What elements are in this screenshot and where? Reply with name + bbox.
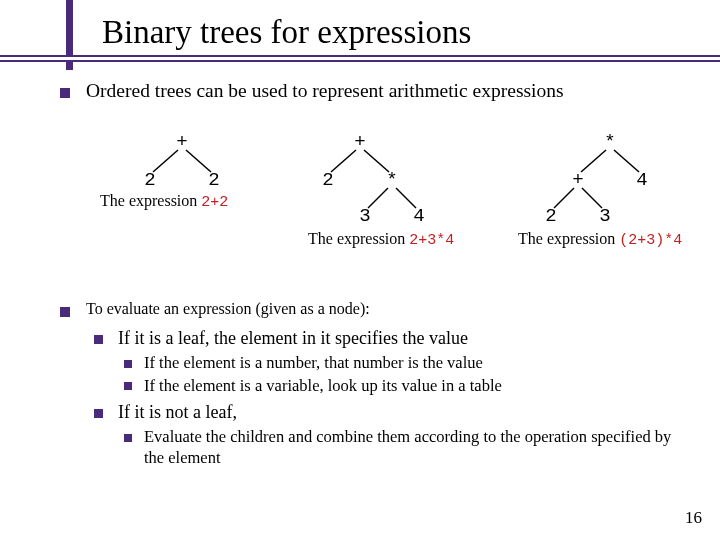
tree3-caption: The expression (2+3)*4 <box>518 230 682 249</box>
tree1-root: + <box>172 131 192 153</box>
header-tick-upper <box>66 0 73 55</box>
bullet-leaf-variable: If the element is a variable, look up it… <box>124 376 680 397</box>
page-number: 16 <box>685 508 702 528</box>
content-area: Ordered trees can be used to represent a… <box>60 80 690 112</box>
tree2-caption-expr: 2+3*4 <box>409 232 454 249</box>
header-rule-bottom <box>0 60 720 62</box>
header-tick-lower <box>66 60 73 70</box>
tree-diagrams: + 2 2 The expression 2+2 + 2 * 3 4 The e… <box>60 130 700 280</box>
tree3-left-left: 2 <box>541 205 561 227</box>
tree2-right-right: 4 <box>409 205 429 227</box>
tree1-left: 2 <box>140 169 160 191</box>
tree2-caption-pre: The expression <box>308 230 409 247</box>
bullet-leaf-number: If the element is a number, that number … <box>124 353 680 374</box>
bullet-combine: Evaluate the children and combine them a… <box>124 427 680 468</box>
eval-section: To evaluate an expression (given as a no… <box>60 300 680 471</box>
tree-2plus2: + 2 2 The expression 2+2 <box>120 130 240 240</box>
tree1-caption-expr: 2+2 <box>201 194 228 211</box>
bullet-not-leaf: If it is not a leaf, <box>94 402 680 423</box>
tree3-left: + <box>568 169 588 191</box>
tree3-right: 4 <box>632 169 652 191</box>
tree2-caption: The expression 2+3*4 <box>308 230 454 249</box>
tree2-root: + <box>350 131 370 153</box>
tree3-left-right: 3 <box>595 205 615 227</box>
tree1-right: 2 <box>204 169 224 191</box>
header-rule-top <box>0 55 720 57</box>
bullet-ordered-trees: Ordered trees can be used to represent a… <box>60 80 690 102</box>
slide-title: Binary trees for expressions <box>102 14 471 51</box>
tree2-left: 2 <box>318 169 338 191</box>
bullet-leaf: If it is a leaf, the element in it speci… <box>94 328 680 349</box>
tree3-caption-pre: The expression <box>518 230 619 247</box>
bullet-evaluate: To evaluate an expression (given as a no… <box>60 300 680 318</box>
tree1-caption: The expression 2+2 <box>100 192 228 211</box>
tree2-right: * <box>382 169 402 191</box>
tree-paren2plus3-times4: * + 4 2 3 The expression (2+3)*4 <box>520 130 680 260</box>
tree1-caption-pre: The expression <box>100 192 201 209</box>
tree-2plus3times4: + 2 * 3 4 The expression 2+3*4 <box>300 130 460 260</box>
tree2-right-left: 3 <box>355 205 375 227</box>
tree3-root: * <box>600 131 620 153</box>
tree3-caption-expr: (2+3)*4 <box>619 232 682 249</box>
